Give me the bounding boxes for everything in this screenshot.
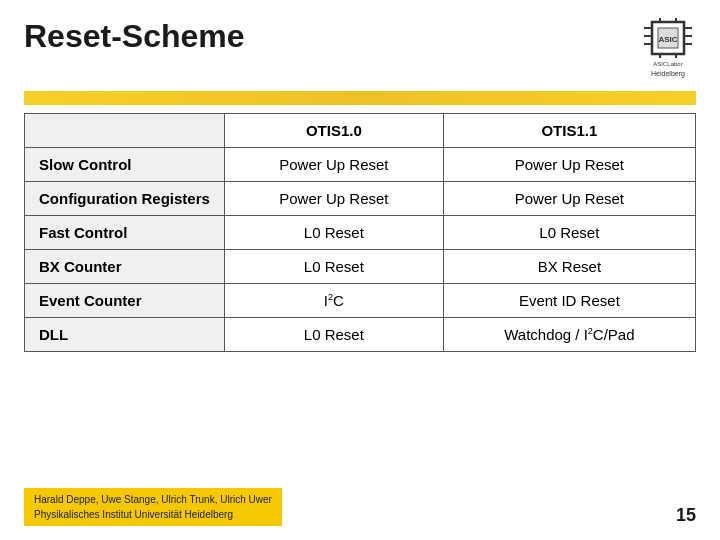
- row-col1: L0 Reset: [225, 216, 444, 250]
- row-col1: L0 Reset: [225, 318, 444, 352]
- row-col1: L0 Reset: [225, 250, 444, 284]
- footer-credits: Harald Deppe, Uwe Stange, Ulrich Trunk, …: [24, 488, 282, 526]
- col-header-otis11: OTIS1.1: [443, 114, 695, 148]
- row-col2: Event ID Reset: [443, 284, 695, 318]
- table-row: Fast ControlL0 ResetL0 Reset: [25, 216, 696, 250]
- table-row: Slow ControlPower Up ResetPower Up Reset: [25, 148, 696, 182]
- row-label: BX Counter: [25, 250, 225, 284]
- row-col2: Power Up Reset: [443, 182, 695, 216]
- footer-authors: Harald Deppe, Uwe Stange, Ulrich Trunk, …: [34, 492, 272, 507]
- footer: Harald Deppe, Uwe Stange, Ulrich Trunk, …: [24, 488, 696, 526]
- row-col1: I2C: [225, 284, 444, 318]
- row-col2: Power Up Reset: [443, 148, 695, 182]
- row-label: DLL: [25, 318, 225, 352]
- row-label: Slow Control: [25, 148, 225, 182]
- table-row: Event CounterI2CEvent ID Reset: [25, 284, 696, 318]
- row-label: Configuration Registers: [25, 182, 225, 216]
- row-col2: Watchdog / I2C/Pad: [443, 318, 695, 352]
- highlight-stripe: [24, 91, 696, 105]
- row-col1: Power Up Reset: [225, 148, 444, 182]
- row-col2: L0 Reset: [443, 216, 695, 250]
- svg-text:ASICLabor: ASICLabor: [653, 61, 682, 67]
- page: Reset-Scheme ASIC: [0, 0, 720, 540]
- row-col1: Power Up Reset: [225, 182, 444, 216]
- table-row: Configuration RegistersPower Up ResetPow…: [25, 182, 696, 216]
- table-row: BX CounterL0 ResetBX Reset: [25, 250, 696, 284]
- row-label: Event Counter: [25, 284, 225, 318]
- reset-scheme-table: OTIS1.0 OTIS1.1 Slow ControlPower Up Res…: [24, 113, 696, 352]
- table-row: DLLL0 ResetWatchdog / I2C/Pad: [25, 318, 696, 352]
- svg-text:ASIC: ASIC: [658, 35, 677, 44]
- footer-institute: Physikalisches Institut Universität Heid…: [34, 507, 272, 522]
- table-header-row: OTIS1.0 OTIS1.1: [25, 114, 696, 148]
- asic-logo: ASIC ASICLabor Heidelberg: [640, 18, 696, 77]
- logo-subtitle: Heidelberg: [640, 70, 696, 77]
- row-col2: BX Reset: [443, 250, 695, 284]
- table-container: OTIS1.0 OTIS1.1 Slow ControlPower Up Res…: [24, 113, 696, 352]
- page-title: Reset-Scheme: [24, 18, 245, 55]
- col-header-otis10: OTIS1.0: [225, 114, 444, 148]
- header: Reset-Scheme ASIC: [0, 0, 720, 87]
- col-header-empty: [25, 114, 225, 148]
- page-number: 15: [676, 505, 696, 526]
- row-label: Fast Control: [25, 216, 225, 250]
